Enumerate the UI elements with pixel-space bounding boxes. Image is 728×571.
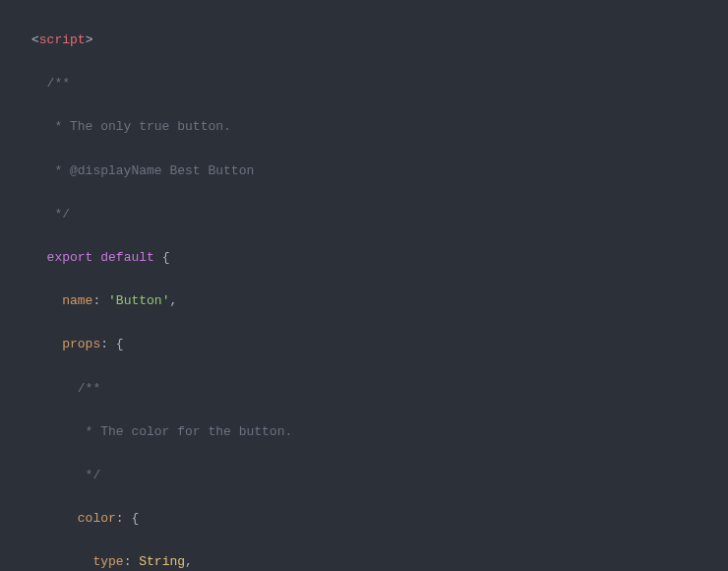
code-line: props: { (0, 334, 728, 355)
property: props (31, 337, 100, 351)
code-line: /** (0, 378, 728, 400)
comment: */ (31, 468, 100, 482)
keyword-default: default (92, 250, 153, 265)
comma: , (169, 293, 177, 308)
code-line: name: 'Button', (0, 290, 728, 312)
colon: : (92, 293, 108, 308)
comment: /** (31, 76, 70, 91)
code-line: type: String, (0, 551, 728, 571)
code-line: */ (0, 465, 728, 486)
code-line: /** (0, 73, 728, 95)
colon: : { (116, 511, 139, 526)
code-line: color: { (0, 508, 728, 530)
comment: * The color for the button. (31, 424, 292, 439)
keyword-export: export (31, 250, 92, 265)
code-line: * @displayName Best Button (0, 160, 728, 182)
colon: : (124, 554, 140, 569)
comma: , (185, 554, 193, 569)
type-value: String (139, 554, 185, 569)
comment: /** (31, 381, 100, 396)
code-line: */ (0, 204, 728, 225)
brace: { (154, 250, 170, 265)
comment: */ (31, 207, 70, 222)
code-editor[interactable]: <script> /** * The only true button. * @… (0, 0, 728, 571)
code-line: export default { (0, 247, 728, 269)
bracket: < (31, 32, 39, 47)
tag-name: script (39, 32, 86, 47)
code-line: * The color for the button. (0, 421, 728, 443)
property: color (31, 511, 116, 526)
colon: : { (100, 337, 123, 351)
code-line: * The only true button. (0, 116, 728, 138)
comment: * @displayName Best Button (31, 163, 254, 178)
bracket: > (86, 32, 93, 47)
property: type (31, 554, 124, 569)
property: name (31, 293, 92, 308)
comment: * The only true button. (31, 119, 231, 134)
code-line: <script> (0, 30, 728, 51)
string: 'Button' (108, 293, 169, 308)
